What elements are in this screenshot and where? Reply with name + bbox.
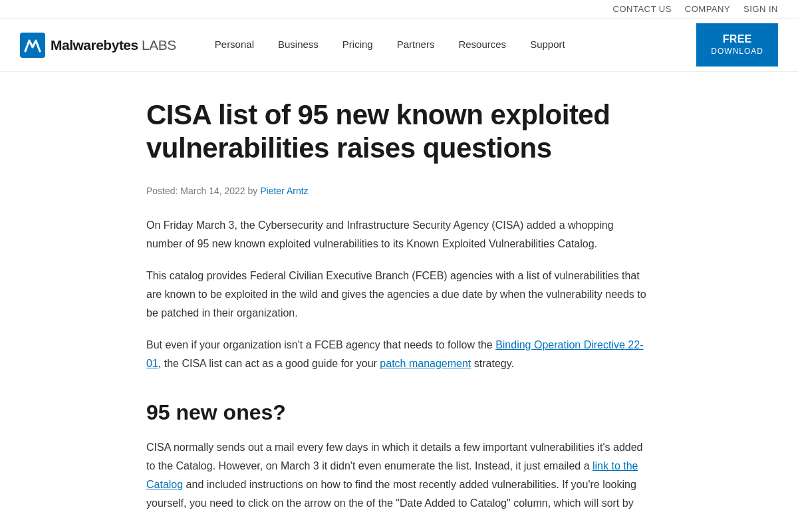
article-body: On Friday March 3, the Cybersecurity and… [146,216,652,513]
article-title: CISA list of 95 new known exploited vuln… [146,98,652,166]
nav-personal[interactable]: Personal [203,19,266,72]
paragraph-3: But even if your organization isn't a FC… [146,336,652,373]
nav-resources[interactable]: Resources [446,19,518,72]
section2-heading: 95 new ones? [146,400,652,425]
top-bar: CONTACT US COMPANY SIGN IN [0,0,798,19]
catalog-link[interactable]: link to the Catalog [146,460,638,490]
nav-business[interactable]: Business [266,19,331,72]
content-wrapper: CISA list of 95 new known exploited vuln… [133,72,665,532]
company-link[interactable]: COMPANY [685,4,730,14]
article-meta: Posted: March 14, 2022 by Pieter Arntz [146,186,652,196]
posted-prefix: Posted: March 14, 2022 by [146,186,257,196]
paragraph-1: On Friday March 3, the Cybersecurity and… [146,216,652,253]
logo[interactable]: Malwarebytes LABS [20,33,176,58]
paragraph-2: This catalog provides Federal Civilian E… [146,267,652,323]
author-link[interactable]: Pieter Arntz [260,186,308,196]
nav-support[interactable]: Support [518,19,577,72]
nav-links: Personal Business Pricing Partners Resou… [203,19,697,72]
paragraph-4: CISA normally sends out a mail every few… [146,438,652,513]
free-download-button[interactable]: FREE DOWNLOAD [696,23,778,66]
cta-line2: DOWNLOAD [711,47,763,57]
main-nav: Malwarebytes LABS Personal Business Pric… [0,19,798,72]
malwarebytes-logo-icon [20,33,45,58]
sign-in-link[interactable]: SIGN IN [743,4,778,14]
nav-partners[interactable]: Partners [385,19,447,72]
nav-cta: FREE DOWNLOAD [696,23,778,66]
patch-management-link[interactable]: patch management [380,358,471,369]
contact-us-link[interactable]: CONTACT US [613,4,672,14]
cta-line1: FREE [711,33,763,47]
logo-wordmark: Malwarebytes LABS [51,37,176,53]
nav-pricing[interactable]: Pricing [331,19,385,72]
